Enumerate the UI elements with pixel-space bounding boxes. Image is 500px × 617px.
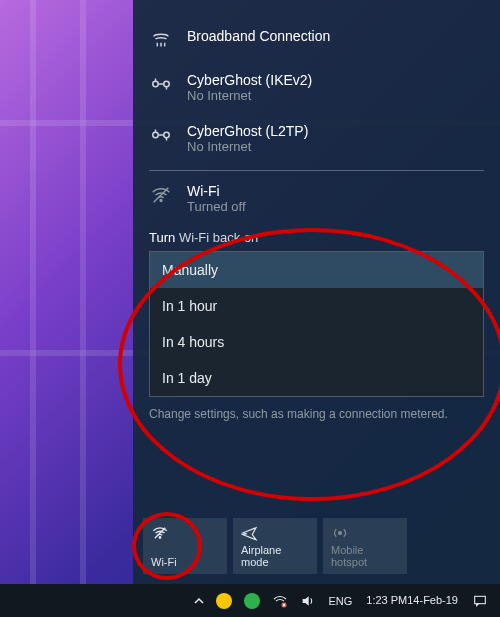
- tray-security-icon[interactable]: [238, 584, 266, 617]
- network-item-vpn-ikev2[interactable]: CyberGhost (IKEv2) No Internet: [133, 62, 500, 113]
- desktop: Broadband Connection CyberGhost (IKEv2) …: [0, 0, 500, 617]
- svg-point-9: [159, 537, 161, 539]
- svg-point-3: [153, 81, 159, 87]
- tile-label: Mobile hotspot: [331, 544, 399, 568]
- clock-time: 1:23 PM: [366, 594, 407, 606]
- tile-hotspot[interactable]: Mobile hotspot: [323, 518, 407, 574]
- taskbar: ENG 1:23 PM 14-Feb-19: [0, 584, 500, 617]
- tile-label: Airplane mode: [241, 544, 309, 568]
- vpn-icon: [149, 72, 173, 96]
- wifi-backon-prompt: Turn Wi-Fi back on: [133, 224, 500, 249]
- show-desktop-button[interactable]: [494, 584, 500, 617]
- airplane-icon: [241, 524, 309, 542]
- network-status: No Internet: [187, 88, 312, 103]
- wifi-status-item[interactable]: Wi-Fi Turned off: [133, 173, 500, 224]
- wifi-backon-dropdown[interactable]: Manually In 1 hour In 4 hours In 1 day: [149, 251, 484, 397]
- dropdown-option-1hour[interactable]: In 1 hour: [150, 288, 483, 324]
- network-settings-subtext: Change settings, such as making a connec…: [133, 403, 500, 429]
- dropdown-option-manually[interactable]: Manually: [150, 252, 483, 288]
- broadband-icon: [149, 28, 173, 52]
- tile-label: Wi-Fi: [151, 556, 219, 568]
- dropdown-option-4hours[interactable]: In 4 hours: [150, 324, 483, 360]
- clock-date: 14-Feb-19: [407, 594, 458, 606]
- network-item-vpn-l2tp[interactable]: CyberGhost (L2TP) No Internet: [133, 113, 500, 164]
- svg-point-11: [339, 532, 342, 535]
- tray-volume-icon[interactable]: [294, 584, 322, 617]
- network-name: Broadband Connection: [187, 28, 330, 44]
- wifi-status: Turned off: [187, 199, 246, 214]
- tray-clock[interactable]: 1:23 PM 14-Feb-19: [358, 584, 466, 617]
- divider: [149, 170, 484, 171]
- dropdown-option-1day[interactable]: In 1 day: [150, 360, 483, 396]
- prompt-prefix: Turn: [149, 230, 175, 245]
- tray-language[interactable]: ENG: [322, 584, 358, 617]
- tray-overflow-chevron[interactable]: [188, 584, 210, 617]
- network-item-broadband[interactable]: Broadband Connection: [133, 18, 500, 62]
- hotspot-icon: [331, 524, 399, 542]
- svg-rect-15: [475, 596, 486, 603]
- tray-action-center-icon[interactable]: [466, 584, 494, 617]
- vpn-icon: [149, 123, 173, 147]
- network-flyout: Broadband Connection CyberGhost (IKEv2) …: [133, 0, 500, 584]
- wifi-icon: [151, 524, 219, 542]
- tile-wifi[interactable]: Wi-Fi: [143, 518, 227, 574]
- prompt-rest: Wi-Fi back on: [179, 230, 258, 245]
- svg-point-5: [153, 132, 159, 138]
- wifi-off-icon: [149, 183, 173, 207]
- quick-action-tiles: Wi-Fi Airplane mode Mobile hotspot: [143, 518, 407, 574]
- tray-network-icon[interactable]: [266, 584, 294, 617]
- network-status: No Internet: [187, 139, 308, 154]
- wifi-label: Wi-Fi: [187, 183, 246, 199]
- tile-airplane[interactable]: Airplane mode: [233, 518, 317, 574]
- svg-point-6: [164, 132, 170, 138]
- network-name: CyberGhost (L2TP): [187, 123, 308, 139]
- svg-point-7: [160, 200, 162, 202]
- tray-app-icon[interactable]: [210, 584, 238, 617]
- svg-point-4: [164, 81, 170, 87]
- network-name: CyberGhost (IKEv2): [187, 72, 312, 88]
